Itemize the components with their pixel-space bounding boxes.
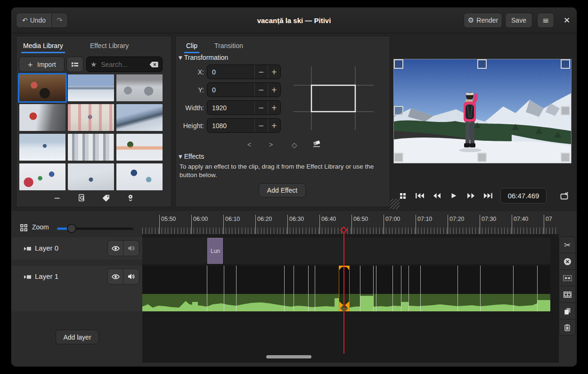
media-clip-thumbnail[interactable]: [19, 134, 65, 161]
height-field[interactable]: [207, 119, 254, 132]
tab-media-library[interactable]: Media Library: [21, 40, 65, 53]
prev-keyframe-button[interactable]: <: [247, 141, 251, 148]
clear-search-icon[interactable]: [149, 61, 158, 68]
redo-button[interactable]: ↷: [52, 13, 68, 28]
layer-0-header[interactable]: Layer 0: [11, 237, 142, 260]
clip-cut-line: [207, 266, 207, 311]
render-button[interactable]: ⚙ Render: [464, 13, 502, 28]
media-clip-thumbnail[interactable]: [68, 104, 114, 131]
close-window-button[interactable]: ✕: [559, 13, 575, 28]
transform-handle[interactable]: [394, 59, 403, 69]
undo-icon: ↶: [22, 16, 28, 24]
timecode-entry[interactable]: 06:47.469: [500, 188, 547, 203]
ruler-tick-line: [384, 215, 384, 234]
layer-1-visibility-button[interactable]: [107, 268, 123, 285]
x-field[interactable]: [207, 65, 254, 79]
media-clip-thumbnail[interactable]: [68, 134, 114, 161]
viewer-preview[interactable]: [394, 59, 571, 163]
timeline-tracks[interactable]: Lun: [142, 234, 559, 363]
filter-button[interactable]: [124, 192, 137, 203]
group-button[interactable]: [559, 286, 576, 303]
main-menu-button[interactable]: ≡: [537, 13, 554, 28]
toggle-safe-areas-button[interactable]: [396, 189, 410, 203]
transformation-expander[interactable]: ▼ Transformation: [179, 54, 228, 61]
paste-button[interactable]: [559, 319, 576, 336]
next-keyframe-button[interactable]: >: [269, 141, 273, 148]
zoom-fit-button[interactable]: [18, 222, 29, 233]
effects-label: Effects: [184, 153, 204, 160]
ungroup-button[interactable]: [559, 269, 576, 286]
media-clip-thumbnail[interactable]: [19, 163, 65, 190]
rewind-button[interactable]: [430, 189, 444, 203]
transform-handle[interactable]: [394, 106, 403, 115]
transform-handle[interactable]: [561, 59, 570, 69]
media-clip-thumbnail[interactable]: [116, 74, 163, 101]
y-decrement-button[interactable]: −: [254, 83, 268, 97]
media-clip-thumbnail[interactable]: [116, 134, 163, 161]
keyframe-diamond-icon[interactable]: ◇: [292, 141, 297, 149]
remove-clip-button[interactable]: −: [51, 192, 63, 203]
transform-handle[interactable]: [561, 153, 570, 162]
layer-0-mute-button[interactable]: [123, 240, 139, 256]
seek-start-button[interactable]: [413, 189, 427, 203]
undock-viewer-button[interactable]: [559, 190, 570, 202]
transformation-preview-diagram[interactable]: [294, 66, 374, 130]
transform-handle[interactable]: [477, 153, 487, 162]
selection-corner: [345, 266, 349, 270]
tags-button[interactable]: [100, 192, 112, 203]
trim-handle-left[interactable]: [339, 301, 343, 309]
media-clip-grid: [19, 74, 163, 190]
y-field[interactable]: [207, 83, 254, 97]
x-increment-button[interactable]: +: [268, 65, 281, 79]
undo-button[interactable]: ↶ Undo: [16, 13, 52, 28]
media-clip-thumbnail[interactable]: [68, 163, 114, 190]
add-layer-button[interactable]: Add layer: [56, 330, 99, 344]
media-clip-thumbnail[interactable]: [19, 74, 65, 101]
import-button[interactable]: + Import: [19, 57, 65, 72]
play-button[interactable]: [447, 189, 461, 203]
tab-clip[interactable]: Clip: [184, 40, 199, 53]
seek-end-button[interactable]: [481, 189, 495, 203]
expander-triangle-icon: ▼: [179, 55, 182, 60]
transform-handle[interactable]: [477, 59, 487, 69]
x-decrement-button[interactable]: −: [254, 65, 268, 79]
forward-button[interactable]: [464, 189, 478, 203]
clip-cut-line: [401, 266, 401, 311]
height-decrement-button[interactable]: −: [254, 119, 268, 132]
media-clip-thumbnail[interactable]: [19, 104, 65, 131]
media-clip-thumbnail[interactable]: [116, 104, 163, 131]
search-input[interactable]: [100, 60, 146, 69]
ruler-tick-line: [351, 215, 352, 234]
width-decrement-button[interactable]: −: [254, 101, 268, 114]
tab-effect-library[interactable]: Effect Library: [88, 40, 131, 52]
reset-eraser-icon[interactable]: [311, 139, 322, 148]
layer-1-mute-button[interactable]: [123, 268, 139, 285]
height-increment-button[interactable]: +: [268, 119, 281, 132]
width-field[interactable]: [207, 101, 254, 114]
list-view-toggle-button[interactable]: [66, 57, 83, 72]
delete-button[interactable]: [559, 253, 576, 270]
media-clip-thumbnail[interactable]: [68, 74, 114, 101]
playhead-line[interactable]: [343, 227, 344, 354]
playback-toolbar: [396, 188, 495, 203]
trim-handle-right[interactable]: [345, 301, 349, 309]
title-clip[interactable]: Lun: [207, 238, 223, 264]
tab-transition[interactable]: Transition: [212, 40, 245, 52]
transform-handle[interactable]: [561, 106, 570, 115]
timeline-ruler[interactable]: 05:5006:0006:1006:2006:3006:4006:5007:00…: [142, 214, 559, 234]
y-increment-button[interactable]: +: [268, 83, 281, 97]
copy-button[interactable]: [559, 302, 576, 319]
width-increment-button[interactable]: +: [268, 101, 281, 114]
layer-0-visibility-button[interactable]: [107, 240, 123, 256]
add-effect-button[interactable]: Add Effect: [259, 183, 306, 197]
effects-expander[interactable]: ▼ Effects: [179, 153, 204, 160]
save-button[interactable]: Save: [505, 13, 532, 28]
media-clip-thumbnail[interactable]: [116, 163, 163, 190]
ruler-tick-label: 06:10: [225, 216, 240, 222]
clip-properties-button[interactable]: [75, 192, 88, 203]
horizontal-scrollbar[interactable]: [266, 355, 311, 358]
split-button[interactable]: ✂: [559, 236, 576, 253]
transform-handle[interactable]: [394, 153, 403, 162]
layer-1-header[interactable]: Layer 1: [11, 266, 142, 311]
zoom-slider-handle[interactable]: [67, 224, 76, 233]
